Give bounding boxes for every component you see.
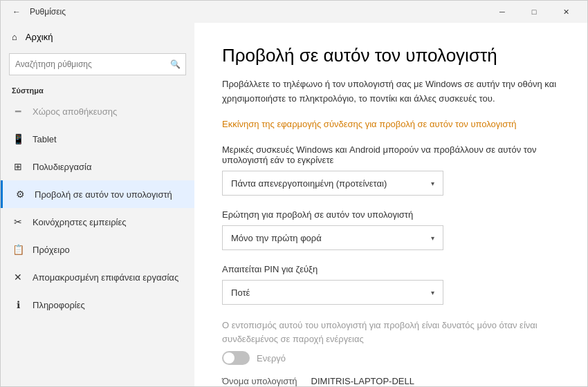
sidebar-item-label-remote: Απομακρυσμένη επιφάνεια εργασίας (33, 272, 178, 283)
minimize-icon: ─ (499, 8, 505, 16)
search-input[interactable] (9, 53, 186, 75)
sidebar-item-label-shared: Κοινόχρηστες εμπειρίες (33, 217, 127, 227)
computer-name-label: Όνομα υπολογιστή (222, 376, 297, 386)
window-controls: ─ □ ✕ (486, 1, 582, 23)
dropdown3[interactable]: Ποτέ ▾ (222, 280, 443, 305)
page-title: Προβολή σε αυτόν τον υπολογιστή (222, 45, 560, 66)
toggle-row: Ενεργό (222, 351, 560, 365)
multitask-icon: ⊞ (12, 160, 24, 173)
sidebar-item-label-clipboard: Πρόχειρο (33, 245, 70, 255)
dropdown2[interactable]: Μόνο την πρώτη φορά ▾ (222, 225, 443, 250)
project-icon: ⚙ (14, 188, 26, 200)
window-title: Ρυθμίσεις (30, 7, 486, 17)
sidebar-search-container: 🔍 (9, 53, 186, 75)
computer-name-row: Όνομα υπολογιστή DIMITRIS-LAPTOP-DELL (222, 376, 560, 386)
remote-icon: ✕ (12, 271, 24, 283)
close-button[interactable]: ✕ (550, 1, 582, 23)
dropdown3-label: Απαιτείται PIN για ζεύξη (222, 264, 560, 274)
right-panel: Προβολή σε αυτόν τον υπολογιστή Προβάλλε… (194, 23, 587, 386)
shared-icon: ✂ (12, 216, 24, 228)
settings-window: ← Ρυθμίσεις ─ □ ✕ ⌂ Αρχική 🔍 (0, 0, 588, 387)
tablet-icon: 📱 (12, 133, 24, 145)
sidebar-item-remote[interactable]: ✕ Απομακρυσμένη επιφάνεια εργασίας (1, 263, 194, 291)
sidebar-item-tablet[interactable]: 📱 Tablet (1, 125, 194, 153)
computer-name-value: DIMITRIS-LAPTOP-DELL (311, 376, 414, 386)
sidebar-item-label-project: Προβολή σε αυτόν τον υπολογιστή (35, 189, 172, 200)
sidebar-item-label-about: Πληροφορίες (33, 300, 85, 310)
toggle-knob (223, 352, 235, 364)
main-content: ⌂ Αρχική 🔍 Σύστημα ━ Χώρος αποθήκευσης 📱… (1, 23, 587, 386)
maximize-button[interactable]: □ (518, 1, 550, 23)
sidebar-item-storage[interactable]: ━ Χώρος αποθήκευσης (1, 97, 194, 125)
close-icon: ✕ (563, 8, 569, 17)
about-icon: ℹ (12, 299, 24, 311)
home-icon: ⌂ (12, 32, 17, 42)
sidebar: ⌂ Αρχική 🔍 Σύστημα ━ Χώρος αποθήκευσης 📱… (1, 23, 194, 386)
sidebar-item-label-tablet: Tablet (33, 134, 57, 144)
sidebar-item-multitask[interactable]: ⊞ Πολυδιεργασία (1, 153, 194, 180)
sidebar-home-label: Αρχική (26, 32, 53, 42)
page-description: Προβάλλετε το τηλέφωνο ή τον υπολογιστή … (222, 77, 560, 106)
dropdown1-label: Μερικές συσκευές Windows και Android μπο… (222, 144, 560, 165)
sidebar-item-label-multitask: Πολυδιεργασία (33, 162, 91, 172)
sidebar-item-home[interactable]: ⌂ Αρχική (1, 23, 194, 50)
titlebar: ← Ρυθμίσεις ─ □ ✕ (1, 1, 587, 23)
dropdown1-value: Πάντα απενεργοποιημένη (προτείνεται) (231, 178, 387, 189)
sidebar-item-label-storage: Χώρος αποθήκευσης (33, 106, 117, 117)
sidebar-item-project[interactable]: ⚙ Προβολή σε αυτόν τον υπολογιστή (1, 180, 194, 208)
back-button[interactable]: ← (6, 1, 27, 22)
minimize-button[interactable]: ─ (486, 1, 518, 23)
sidebar-item-about[interactable]: ℹ Πληροφορίες (1, 291, 194, 319)
power-toggle[interactable] (222, 351, 250, 365)
clipboard-icon: 📋 (12, 243, 24, 256)
toggle-section: Ο εντοπισμός αυτού του υπολογιστή για πρ… (222, 319, 560, 365)
sidebar-item-clipboard[interactable]: 📋 Πρόχειρο (1, 236, 194, 263)
search-icon: 🔍 (170, 59, 181, 69)
dropdown1-arrow: ▾ (431, 180, 434, 187)
dropdown1[interactable]: Πάντα απενεργοποιημένη (προτείνεται) ▾ (222, 171, 443, 196)
sidebar-item-shared[interactable]: ✂ Κοινόχρηστες εμπειρίες (1, 208, 194, 236)
dropdown2-value: Μόνο την πρώτη φορά (231, 233, 322, 243)
toggle-description: Ο εντοπισμός αυτού του υπολογιστή για πρ… (222, 319, 560, 346)
dropdown3-value: Ποτέ (231, 287, 250, 298)
storage-icon: ━ (12, 105, 24, 117)
back-icon: ← (12, 7, 21, 17)
toggle-label: Ενεργό (257, 353, 286, 364)
sidebar-section-title: Σύστημα (1, 81, 194, 97)
dropdown3-arrow: ▾ (431, 289, 434, 296)
dropdown2-label: Ερώτηση για προβολή σε αυτόν τον υπολογι… (222, 209, 560, 220)
launch-app-link[interactable]: Εκκίνηση της εφαρμογής σύνδεσης για προβ… (222, 117, 560, 131)
maximize-icon: □ (532, 8, 537, 16)
dropdown2-arrow: ▾ (431, 234, 434, 242)
